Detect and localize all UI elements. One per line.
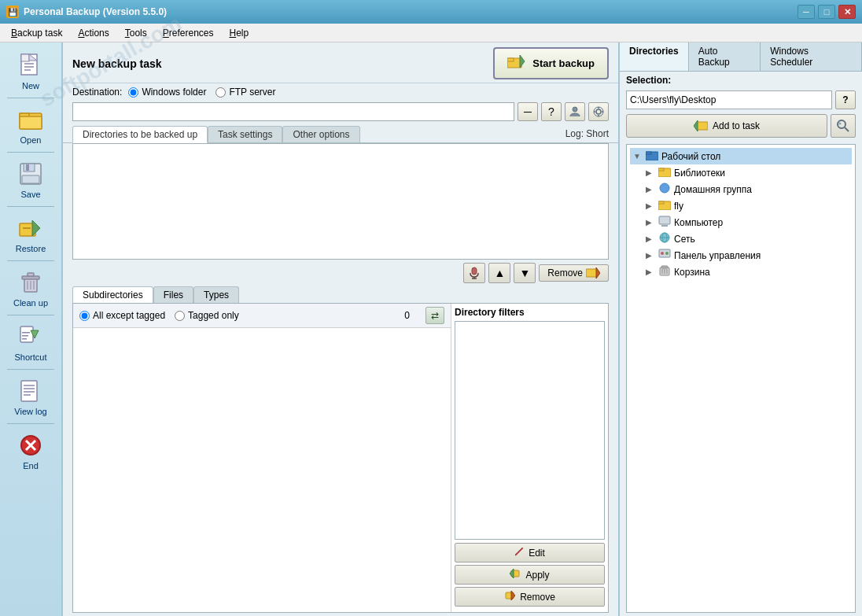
close-button[interactable]: ✕ [838, 5, 856, 19]
radio-windows-input[interactable] [128, 87, 138, 98]
edit-icon [514, 547, 524, 559]
sub-tab-subdirectories[interactable]: Subdirectories [72, 286, 153, 304]
path-user-button[interactable] [565, 102, 585, 121]
sidebar-btn-cleanup[interactable]: Clean up [2, 263, 59, 313]
tree-expand-computer: ▶ [646, 218, 655, 227]
count-badge: 0 [404, 310, 410, 321]
sidebar-label-new: New [22, 81, 39, 90]
right-tabs: Directories Auto Backup Windows Schedule… [620, 42, 862, 72]
path-dash-button[interactable]: ─ [518, 102, 538, 121]
svg-line-58 [845, 127, 849, 131]
menu-tools[interactable]: Tools [117, 26, 155, 40]
filter-apply-button[interactable]: Apply [455, 565, 605, 585]
tree-item-fly[interactable]: ▶ fly [630, 197, 852, 214]
svg-rect-25 [22, 335, 28, 337]
radio-ftp-server[interactable]: FTP server [216, 87, 275, 98]
swap-button[interactable]: ⇄ [425, 307, 444, 324]
microphone-button[interactable] [463, 263, 485, 283]
radio-all-except-tagged[interactable]: All except tagged [79, 310, 165, 321]
sidebar-btn-save[interactable]: Save [2, 154, 59, 205]
menu-backup-task[interactable]: Backup task [3, 26, 70, 40]
remove-button[interactable]: Remove [539, 264, 609, 282]
menu-preferences[interactable]: Preferences [155, 26, 222, 40]
tree-item-libraries[interactable]: ▶ Библиотеки [630, 164, 852, 181]
sidebar-divider-1 [7, 98, 54, 98]
end-icon [17, 431, 45, 459]
selection-question-button[interactable]: ? [835, 90, 856, 109]
right-tab-auto-backup[interactable]: Auto Backup [689, 42, 761, 71]
tree-item-recycle[interactable]: ▶ Корзина [630, 264, 852, 280]
tree-icon-desktop [646, 149, 658, 163]
radio-all-label: All except tagged [93, 310, 165, 321]
tree-item-computer[interactable]: ▶ Компьютер [630, 214, 852, 231]
radio-all-input[interactable] [79, 311, 90, 321]
menu-bar: Backup task Actions Tools Preferences He… [0, 24, 862, 42]
directory-list [72, 143, 609, 260]
svg-rect-8 [20, 116, 42, 129]
apply-icon [510, 569, 521, 581]
minimize-button[interactable]: ─ [798, 5, 815, 19]
find-button[interactable] [831, 114, 856, 138]
tree-icon-network [658, 232, 671, 245]
right-panel: Directories Auto Backup Windows Schedule… [618, 42, 862, 616]
tab-other-options[interactable]: Other options [282, 126, 359, 142]
radio-tagged-input[interactable] [175, 311, 185, 321]
path-row: ─ ? [63, 101, 618, 123]
svg-rect-22 [20, 326, 33, 342]
start-backup-button[interactable]: Start backup [493, 47, 609, 79]
tree-expand-libraries: ▶ [646, 168, 655, 177]
selection-label: Selection: [626, 75, 671, 86]
tree-item-controlpanel[interactable]: ▶ Панель управления [630, 247, 852, 264]
tree-label-network: Сеть [674, 234, 695, 245]
move-up-button[interactable]: ▲ [488, 263, 510, 283]
tab-task-settings[interactable]: Task settings [208, 126, 282, 142]
menu-actions[interactable]: Actions [70, 26, 116, 40]
sidebar-btn-shortcut[interactable]: Shortcut [2, 317, 59, 367]
filter-edit-button[interactable]: Edit [455, 543, 605, 563]
tree-label-desktop: Рабочий стол [661, 151, 720, 162]
sub-tab-types[interactable]: Types [193, 286, 239, 303]
filter-remove-button[interactable]: Remove [455, 587, 605, 607]
tree-item-homegroup[interactable]: ▶ Домашняя группа [630, 181, 852, 197]
sidebar-btn-restore[interactable]: Restore [2, 208, 59, 259]
svg-marker-14 [32, 220, 40, 236]
tree-icon-computer [658, 216, 671, 229]
svg-rect-18 [28, 273, 34, 276]
sub-tab-files[interactable]: Files [153, 286, 193, 303]
sidebar-btn-open[interactable]: Open [2, 100, 59, 150]
window-controls: ─ □ ✕ [798, 5, 856, 19]
path-settings-button[interactable] [588, 102, 609, 121]
sidebar-btn-new[interactable]: New [2, 46, 59, 96]
tab-directories[interactable]: Directories to be backed up [72, 126, 208, 143]
path-question-button[interactable]: ? [541, 102, 562, 121]
sidebar-btn-viewlog[interactable]: View log [2, 371, 59, 422]
path-input[interactable] [72, 102, 514, 121]
start-backup-label: Start backup [532, 57, 595, 69]
remove-filter-label: Remove [520, 592, 555, 603]
radio-windows-label: Windows folder [142, 87, 206, 98]
subdir-panel: All except tagged Tagged only 0 ⇄ [73, 304, 451, 612]
selection-path-input[interactable] [626, 90, 832, 109]
start-backup-icon [507, 53, 526, 73]
save-icon [17, 160, 45, 188]
menu-help[interactable]: Help [222, 26, 257, 40]
sidebar-label-end: End [23, 461, 39, 470]
svg-point-74 [665, 252, 669, 255]
sidebar-label-restore: Restore [16, 244, 46, 253]
tree-item-network[interactable]: ▶ Сеть [630, 231, 852, 247]
selection-path-row: ? [620, 89, 862, 111]
add-to-task-button[interactable]: Add to task [626, 114, 827, 138]
sidebar-btn-end[interactable]: End [2, 426, 59, 476]
right-tab-windows-scheduler[interactable]: Windows Scheduler [761, 42, 862, 71]
radio-tagged-only[interactable]: Tagged only [175, 310, 239, 321]
main-layout: New Open Save [0, 42, 862, 616]
right-tab-directories[interactable]: Directories [620, 42, 689, 71]
sidebar-divider-2 [7, 152, 54, 153]
radio-windows-folder[interactable]: Windows folder [128, 87, 206, 98]
radio-ftp-input[interactable] [216, 87, 226, 98]
svg-point-39 [596, 109, 601, 114]
viewlog-icon [17, 377, 45, 405]
maximize-button[interactable]: □ [818, 5, 835, 19]
tree-item-desktop[interactable]: ▼ Рабочий стол [630, 148, 852, 164]
move-down-button[interactable]: ▼ [514, 263, 536, 283]
